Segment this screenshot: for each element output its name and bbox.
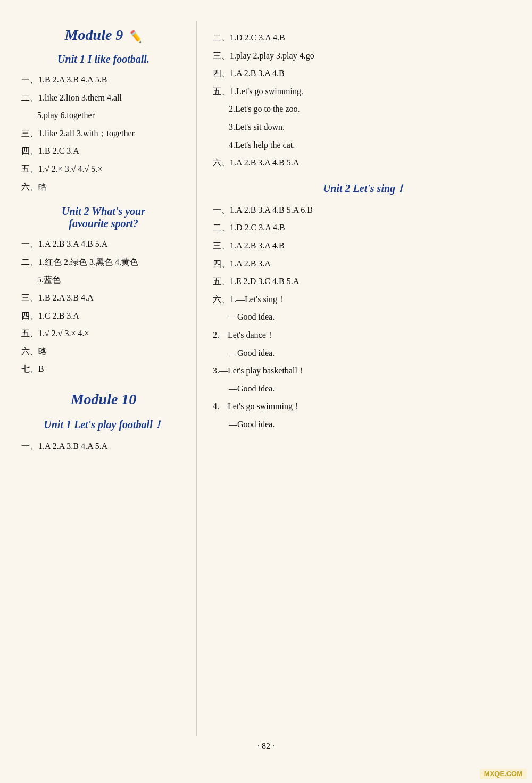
m9u2-s3: 三、1.B 2.A 3.B 4.A [21, 291, 186, 305]
r-m10u1-s5c: 3.Let's sit down. [229, 120, 516, 134]
m9u1-s6: 六、略 [21, 180, 186, 194]
page: Module 9 ✏️ Unit 1 I like football. 一、1.… [0, 0, 532, 783]
m9u2-s7: 七、B [21, 362, 186, 376]
r-m10u1-s5: 五、1.Let's go swimming. [213, 85, 516, 98]
r-u2-s6c: 2.—Let's dance！ [213, 328, 516, 342]
unit2-title: Unit 2 What's your favourite sport? [21, 205, 186, 230]
r-u2-s1: 一、1.A 2.B 3.A 4.B 5.A 6.B [213, 203, 516, 217]
r-m10u1-s5d: 4.Let's help the cat. [229, 138, 516, 152]
module9-title: Module 9 ✏️ [21, 27, 186, 44]
m9u1-s1: 一、1.B 2.A 3.B 4.A 5.B [21, 73, 186, 87]
r-m10u1-s3: 三、1.play 2.play 3.play 4.go [213, 49, 516, 63]
m9u1-s2: 二、1.like 2.lion 3.them 4.all [21, 91, 186, 105]
m9u1-s5: 五、1.√ 2.× 3.√ 4.√ 5.× [21, 162, 186, 176]
right-column: 二、1.D 2.C 3.A 4.B 三、1.play 2.play 3.play… [197, 21, 532, 736]
r-u2-s4: 四、1.A 2.B 3.A [213, 257, 516, 271]
m9u2-s6: 六、略 [21, 345, 186, 359]
r-u2-s6e: 3.—Let's play basketball！ [213, 364, 516, 378]
r-unit2-title: Unit 2 Let's sing！ [213, 181, 516, 196]
m9u1-s2b: 5.play 6.together [37, 109, 186, 122]
m9u2-s4: 四、1.C 2.B 3.A [21, 309, 186, 323]
module10-title: Module 10 [21, 391, 186, 408]
m10u1-title: Unit 1 Let's play football！ [21, 418, 186, 432]
m9u2-s2: 二、1.红色 2.绿色 3.黑色 4.黄色 [21, 255, 186, 269]
pencil-icon: ✏️ [128, 30, 142, 44]
r-u2-s6f: —Good idea. [229, 382, 516, 396]
r-u2-s5: 五、1.E 2.D 3.C 4.B 5.A [213, 274, 516, 288]
r-m10u1-s5b: 2.Let's go to the zoo. [229, 102, 516, 116]
r-u2-s2: 二、1.D 2.C 3.A 4.B [213, 221, 516, 235]
m9u2-s5: 五、1.√ 2.√ 3.× 4.× [21, 327, 186, 340]
r-u2-s6: 六、1.—Let's sing！ [213, 293, 516, 306]
r-u2-s6b: —Good idea. [229, 310, 516, 324]
content-area: Module 9 ✏️ Unit 1 I like football. 一、1.… [0, 21, 532, 736]
page-number: · 82 · [0, 736, 532, 751]
watermark: MXQE.COM [480, 769, 527, 779]
r-m10u1-s6: 六、1.A 2.B 3.A 4.B 5.A [213, 156, 516, 170]
unit1-title: Unit 1 I like football. [21, 53, 186, 65]
r-m10u1-s2: 二、1.D 2.C 3.A 4.B [213, 31, 516, 45]
r-m10u1-s4: 四、1.A 2.B 3.A 4.B [213, 66, 516, 80]
r-u2-s6g: 4.—Let's go swimming！ [213, 399, 516, 413]
r-u2-s6h: —Good idea. [229, 418, 516, 431]
module9-title-text: Module 9 [65, 27, 123, 43]
m9u2-s1: 一、1.A 2.B 3.A 4.B 5.A [21, 237, 186, 251]
r-u2-s6d: —Good idea. [229, 346, 516, 360]
m9u2-s2b: 5.蓝色 [37, 273, 186, 287]
m9u1-s4: 四、1.B 2.C 3.A [21, 144, 186, 158]
m9u1-s3: 三、1.like 2.all 3.with；together [21, 127, 186, 140]
r-u2-s3: 三、1.A 2.B 3.A 4.B [213, 239, 516, 253]
left-column: Module 9 ✏️ Unit 1 I like football. 一、1.… [0, 21, 197, 736]
m10u1-s1: 一、1.A 2.A 3.B 4.A 5.A [21, 439, 186, 453]
